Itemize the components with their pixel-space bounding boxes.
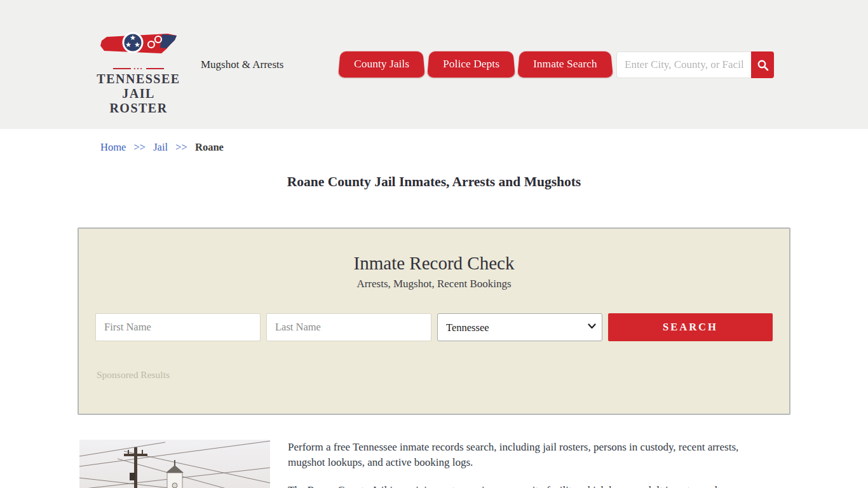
site-tagline: Mugshot & Arrests	[201, 58, 283, 71]
panel-title: Inmate Record Check	[79, 253, 789, 274]
search-form: Tennessee SEARCH	[95, 313, 773, 341]
logo-divider: •••	[97, 67, 180, 71]
site-logo[interactable]: ★ ★ ★ ••• TENNESSEE JAIL ROSTER	[97, 32, 180, 116]
breadcrumb-home-link[interactable]: Home	[100, 141, 126, 153]
facility-photo	[79, 440, 270, 488]
nav-police-depts-button[interactable]: Police Depts	[427, 50, 515, 78]
first-name-input[interactable]	[95, 313, 261, 341]
star-left: ★	[125, 41, 132, 49]
site-header: ★ ★ ★ ••• TENNESSEE JAIL ROSTER Mugshot …	[0, 0, 868, 129]
sponsored-results-label: Sponsored Results	[97, 369, 170, 381]
breadcrumb-separator: >>	[133, 141, 146, 153]
intro-text: Perform a free Tennessee inmate records …	[288, 440, 759, 488]
nav-inmate-search-label: Inmate Search	[533, 57, 597, 70]
star-right: ★	[134, 41, 140, 49]
logo-text-line1: TENNESSEE	[97, 72, 180, 86]
search-button[interactable]: SEARCH	[608, 313, 773, 341]
nav-county-jails-button[interactable]: County Jails	[338, 50, 425, 78]
panel-subtitle: Arrests, Mugshot, Recent Bookings	[79, 278, 789, 290]
inmate-record-check-panel: Inmate Record Check Arrests, Mugshot, Re…	[78, 227, 790, 415]
state-select-wrapper: Tennessee	[437, 313, 602, 341]
last-name-input[interactable]	[266, 313, 431, 341]
intro-paragraph-2: The Roane County Jail is a minimum to ma…	[288, 483, 759, 488]
header-search-input[interactable]	[616, 51, 751, 78]
breadcrumb: Home >> Jail >> Roane	[100, 141, 224, 154]
state-select[interactable]: Tennessee	[437, 313, 602, 341]
nav-police-depts-label: Police Depts	[443, 57, 499, 70]
header-search-button[interactable]	[751, 51, 774, 78]
intro-paragraph-1: Perform a free Tennessee inmate records …	[288, 440, 759, 470]
breadcrumb-jail-link[interactable]: Jail	[153, 141, 168, 153]
nav-inmate-search-button[interactable]: Inmate Search	[517, 50, 613, 78]
main-nav: County Jails Police Depts Inmate Search	[338, 50, 615, 78]
tennessee-map-icon: ★ ★ ★	[98, 32, 179, 65]
breadcrumb-separator: >>	[175, 141, 187, 153]
logo-text-line2: JAIL ROSTER	[97, 86, 180, 116]
page: ★ ★ ★ ••• TENNESSEE JAIL ROSTER Mugshot …	[0, 0, 868, 488]
page-title: Roane County Jail Inmates, Arrests and M…	[0, 174, 868, 190]
header-search	[616, 51, 774, 78]
nav-county-jails-label: County Jails	[354, 57, 409, 70]
breadcrumb-current: Roane	[195, 141, 224, 153]
search-icon	[757, 59, 769, 71]
